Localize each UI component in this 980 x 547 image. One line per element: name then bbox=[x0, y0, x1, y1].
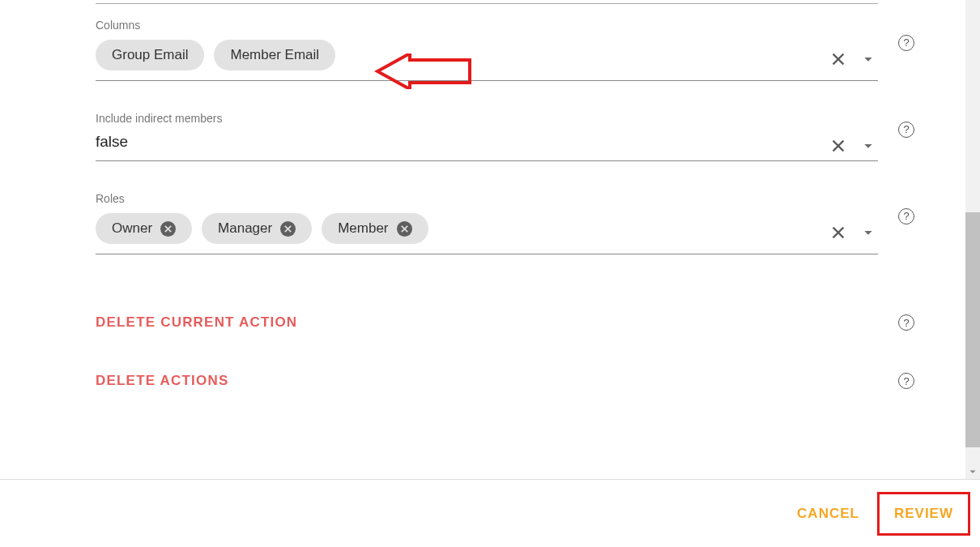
chip-remove-icon[interactable] bbox=[397, 221, 412, 237]
indirect-value: false bbox=[96, 133, 128, 150]
delete-current-action-button[interactable]: DELETE CURRENT ACTION bbox=[96, 293, 878, 352]
indirect-value-row[interactable]: false bbox=[96, 131, 878, 160]
roles-field: Roles Owner Manager bbox=[96, 177, 878, 254]
indirect-clear-button[interactable] bbox=[829, 137, 847, 155]
roles-label: Roles bbox=[96, 177, 878, 212]
roles-chip-manager[interactable]: Manager bbox=[202, 213, 312, 244]
indirect-dropdown-icon[interactable] bbox=[862, 139, 875, 152]
chip-label: Group Email bbox=[112, 47, 188, 63]
roles-dropdown-icon[interactable] bbox=[862, 226, 875, 239]
help-icon[interactable]: ? bbox=[898, 122, 914, 138]
indirect-members-field: Include indirect members false bbox=[96, 97, 878, 161]
chip-label: Member bbox=[338, 220, 388, 237]
columns-clear-button[interactable] bbox=[829, 50, 847, 68]
chip-remove-icon[interactable] bbox=[280, 221, 296, 237]
roles-clear-button[interactable] bbox=[829, 224, 847, 241]
columns-dropdown-icon[interactable] bbox=[862, 53, 875, 66]
footer-bar: CANCEL REVIEW bbox=[0, 479, 980, 547]
review-button[interactable]: REVIEW bbox=[877, 492, 970, 536]
roles-chip-owner[interactable]: Owner bbox=[96, 213, 192, 244]
chip-remove-icon[interactable] bbox=[160, 221, 176, 237]
indirect-label: Include indirect members bbox=[96, 97, 878, 131]
columns-chip-member-email[interactable]: Member Email bbox=[214, 40, 335, 71]
scrollbar[interactable] bbox=[965, 0, 980, 479]
scrollbar-down-icon[interactable] bbox=[965, 464, 980, 479]
help-icon[interactable]: ? bbox=[898, 314, 914, 331]
chip-label: Member Email bbox=[230, 47, 319, 63]
columns-field: Columns Group Email Member Email bbox=[96, 4, 878, 81]
help-icon[interactable]: ? bbox=[898, 35, 914, 51]
delete-actions-button[interactable]: DELETE ACTIONS bbox=[96, 352, 878, 410]
cancel-button[interactable]: CANCEL bbox=[782, 494, 874, 533]
columns-label: Columns bbox=[96, 4, 878, 38]
help-icon[interactable]: ? bbox=[898, 373, 914, 389]
scrollbar-thumb[interactable] bbox=[965, 212, 980, 447]
roles-chip-member[interactable]: Member bbox=[322, 213, 428, 244]
chip-label: Manager bbox=[218, 220, 272, 237]
columns-chip-group-email[interactable]: Group Email bbox=[96, 40, 204, 71]
help-icon[interactable]: ? bbox=[898, 208, 914, 224]
chip-label: Owner bbox=[112, 220, 152, 237]
